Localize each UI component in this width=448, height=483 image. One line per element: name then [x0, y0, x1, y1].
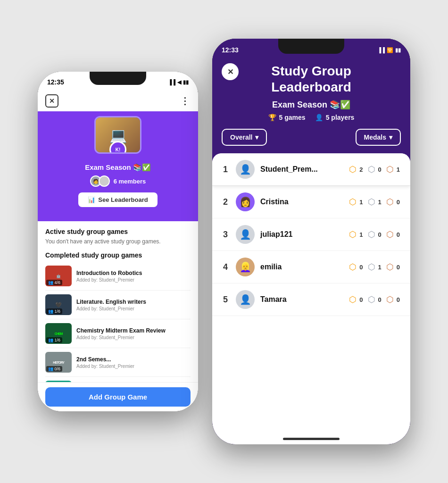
close-button[interactable]: ✕	[45, 94, 58, 108]
see-leaderboard-button[interactable]: 📊 See Leaderboard	[78, 192, 158, 207]
bronze-count-5: 0	[397, 296, 400, 303]
game-thumb-4: HISTORY 👥 0/6	[45, 352, 72, 373]
left-screen: 12:35 ▐▐ ◀ ▮▮ ✕ ⋮ 💻 K! Exam Season 📚✅ 🧑	[38, 72, 198, 411]
default-avatar-icon-3: 👤	[240, 229, 251, 240]
players-count: 5 players	[326, 114, 355, 121]
game-info-1: Introduction to Robotics Added by: Stude…	[76, 270, 191, 283]
filter-overall-button[interactable]: Overall ▾	[222, 129, 267, 146]
players-icon: 👤	[315, 114, 323, 121]
games-count: 5 games	[279, 114, 306, 121]
signal-icon-right: ▐▐	[377, 47, 385, 53]
players-badge-2: 👥 1/6	[46, 308, 62, 314]
trophy-icon: 🏆	[268, 114, 276, 121]
game-item-4[interactable]: HISTORY 👥 0/6 2nd Semes... Added by: Stu…	[45, 348, 191, 377]
lb-avatar-4: 👱‍♀️	[236, 258, 255, 276]
medals-row-4: ⬡ 0 ⬡ 1 ⬡ 0	[349, 262, 402, 272]
bronze-count-3: 0	[397, 231, 400, 238]
content-area: Active study group games You don't have …	[38, 221, 198, 382]
bronze-count-4: 0	[397, 264, 400, 271]
lb-avatar-2: 👩	[236, 192, 255, 211]
game-item-1[interactable]: 🤖 👥 4/6 Introduction to Robotics Added b…	[45, 262, 191, 291]
game-item-3[interactable]: CHEM 👥 1/6 Chemistry Midterm Exam Review…	[45, 319, 191, 348]
lb-rank-3: 3	[221, 230, 230, 240]
silver-medal-icon-4: ⬡	[368, 262, 375, 272]
gold-count-1: 2	[359, 166, 363, 173]
medals-row-3: ⬡ 1 ⬡ 0 ⬡ 0	[349, 229, 402, 240]
battery-icon: ▮▮	[183, 79, 189, 85]
game-item-5[interactable]: 🌍 👥 0/6 Geography Review Added by: Stude…	[45, 377, 191, 382]
silver-medal-icon-2: ⬡	[368, 197, 375, 207]
lb-row-5[interactable]: 5 👤 Tamara ⬡ 0 ⬡ 0 ⬡ 0	[212, 283, 410, 316]
default-avatar-icon-1: 👤	[240, 164, 251, 175]
left-phone: 12:35 ▐▐ ◀ ▮▮ ✕ ⋮ 💻 K! Exam Season 📚✅ 🧑	[38, 72, 198, 411]
game-added-1: Added by: Student_Premier	[76, 277, 191, 283]
silver-count-1: 0	[378, 166, 382, 173]
medals-row-2: ⬡ 1 ⬡ 1 ⬡ 0	[349, 197, 402, 207]
bronze-medal-icon-5: ⬡	[386, 294, 394, 305]
bronze-medal-icon-1: ⬡	[386, 164, 394, 175]
lb-row-3[interactable]: 3 👤 juliap121 ⬡ 1 ⬡ 0 ⬡ 0	[212, 218, 410, 251]
chevron-down-icon-medals: ▾	[389, 133, 392, 141]
silver-medal-icon-1: ⬡	[368, 164, 375, 175]
game-title-1: Introduction to Robotics	[76, 270, 191, 276]
signal-icon: ▐▐	[168, 79, 175, 85]
silver-count-2: 1	[378, 199, 382, 206]
silver-medal-icon-3: ⬡	[368, 229, 375, 240]
medals-row-1: ⬡ 2 ⬡ 0 ⬡ 1	[349, 164, 402, 175]
leaderboard-header: ✕ Study Group Leaderboard Exam Season 📚✅…	[212, 58, 410, 129]
lb-row-4[interactable]: 4 👱‍♀️ emilia ⬡ 0 ⬡ 1 ⬡ 0	[212, 251, 410, 283]
lb-avatar-3: 👤	[236, 225, 255, 244]
members-row: 🧑 6 members	[90, 175, 146, 187]
game-thumb-bg-5: 🌍	[45, 381, 72, 382]
lb-row-2[interactable]: 2 👩 Cristina ⬡ 1 ⬡ 1 ⬡ 0	[212, 186, 410, 218]
add-group-game-button[interactable]: Add Group Game	[45, 387, 191, 407]
gold-count-4: 0	[359, 264, 363, 271]
game-thumb-1: 🤖 👥 4/6	[45, 266, 72, 286]
lb-row-1[interactable]: 1 👤 Student_Prem... ⬡ 2 ⬡ 0 ⬡ 1	[212, 153, 410, 186]
avatar-icon-4: 👱‍♀️	[240, 261, 251, 273]
filters-row: Overall ▾ Medals ▾	[212, 129, 410, 153]
lb-name-1: Student_Prem...	[260, 165, 343, 174]
players-badge-1: 👥 4/6	[46, 280, 62, 285]
leaderboard-list: 1 👤 Student_Prem... ⬡ 2 ⬡ 0 ⬡ 1 2 👩	[212, 153, 410, 433]
leaderboard-icon: 📊	[88, 196, 95, 203]
right-phone: 12:33 ▐▐ 🛜 ▮▮ ✕ Study Group Leaderboard …	[212, 39, 410, 444]
game-info-3: Chemistry Midterm Exam Review Added by: …	[76, 327, 191, 340]
lb-rank-1: 1	[221, 165, 230, 175]
game-added-4: Added by: Student_Premier	[76, 364, 191, 369]
status-time-left: 12:35	[47, 78, 64, 86]
game-thumb-5: 🌍 👥 0/6	[45, 381, 72, 382]
lb-name-4: emilia	[260, 263, 343, 271]
lb-rank-5: 5	[221, 295, 230, 305]
notch-left	[90, 72, 146, 85]
bronze-medal-icon-3: ⬡	[386, 229, 394, 240]
lb-avatar-1: 👤	[236, 160, 255, 179]
gold-medal-icon-5: ⬡	[349, 294, 357, 305]
empty-text: You don't have any active study group ga…	[45, 238, 191, 245]
active-section-title: Active study group games	[45, 228, 191, 235]
chevron-down-icon-overall: ▾	[255, 133, 258, 141]
lb-name-5: Tamara	[260, 295, 343, 304]
more-button[interactable]: ⋮	[180, 95, 191, 107]
game-title-2: Literature. English writers	[76, 299, 191, 305]
status-icons-left: ▐▐ ◀ ▮▮	[168, 79, 189, 85]
add-game-bar: Add Group Game	[38, 382, 198, 411]
lb-rank-2: 2	[221, 197, 230, 207]
lb-close-button[interactable]: ✕	[222, 63, 239, 80]
avatar-icon-2: 👩	[240, 196, 251, 208]
silver-count-4: 1	[378, 264, 382, 271]
default-avatar-icon-5: 👤	[240, 294, 251, 305]
game-item-2[interactable]: 🖤 👥 1/6 Literature. English writers Adde…	[45, 291, 191, 319]
filter-medals-label: Medals	[364, 133, 386, 141]
hero-image: 💻 K!	[94, 116, 141, 154]
silver-count-3: 0	[378, 231, 382, 238]
silver-count-5: 0	[378, 296, 382, 303]
lb-name-3: juliap121	[260, 230, 343, 239]
lb-players-stat: 👤 5 players	[315, 114, 355, 121]
bronze-count-2: 0	[397, 199, 400, 206]
game-added-3: Added by: Student_Premier	[76, 335, 191, 340]
members-count: 6 members	[114, 178, 146, 185]
filter-medals-button[interactable]: Medals ▾	[356, 129, 401, 146]
gold-medal-icon-3: ⬡	[349, 229, 357, 240]
bronze-medal-icon-2: ⬡	[386, 197, 394, 207]
